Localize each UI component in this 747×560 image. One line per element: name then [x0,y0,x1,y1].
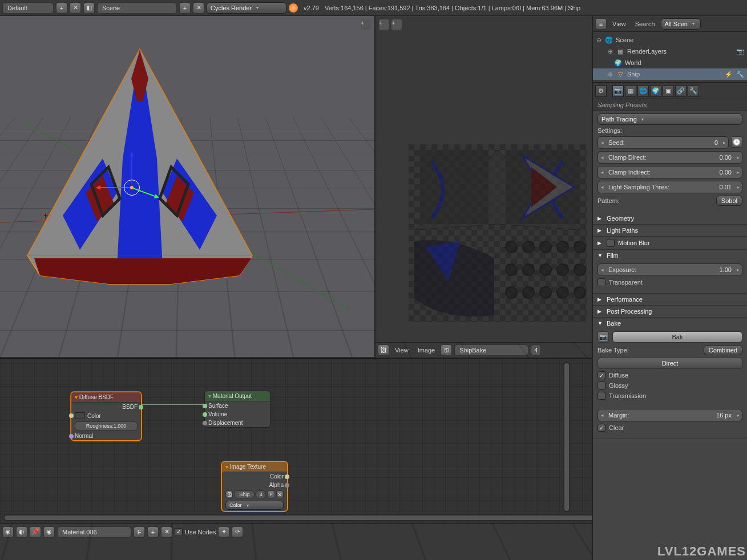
outliner-renderlayers[interactable]: ⊕▦RenderLayers 📷 [593,46,747,57]
svg-point-12 [506,264,517,275]
svg-marker-2 [420,150,488,224]
bake-diffuse-checkbox[interactable] [597,371,605,379]
tab-modifiers[interactable]: 🔧 [688,86,699,97]
integrator-selector[interactable]: Path Tracing [597,113,742,125]
tab-render[interactable]: 📷 [612,86,624,97]
scene-stats: Verts:164,156 | Faces:191,592 | Tris:383… [325,5,580,11]
bake-type-label: Bake Type: [597,347,700,354]
bake-type-selector[interactable]: Combined [704,345,742,355]
svg-point-15 [557,264,568,275]
bake-glossy-checkbox[interactable] [597,382,605,389]
svg-point-20 [557,287,568,298]
ship-mesh[interactable] [17,44,263,290]
cursor-3d-icon [40,210,53,222]
exposure-field[interactable]: ◂Exposure:1.00▸ [597,263,742,276]
panel-post-processing[interactable]: ▶Post Processing [593,306,747,317]
uv-corner-plus2-icon[interactable]: + [391,19,402,30]
svg-point-9 [540,241,551,253]
node-scrollbar-v[interactable] [563,362,570,512]
bake-margin-field[interactable]: ◂Margin:16 px▸ [597,409,742,421]
editor-type-icon[interactable]: ⚙ [595,86,607,97]
node-header[interactable]: ▾ Diffuse BSDF [71,392,141,403]
light-threshold-field[interactable]: ◂Light Sampling Thres:0.01▸ [597,181,742,193]
version-text: v2.79 [304,5,319,11]
editor-type-icon[interactable]: ≡ [595,18,607,30]
bake-camera-icon: 📷 [597,331,609,343]
svg-point-21 [574,287,586,298]
bake-clear-checkbox[interactable] [597,424,605,432]
panel-bake[interactable]: ▼Bake [593,318,747,329]
info-header: Default + ✕ ◧ Scene + ✕ Cycles Render v2… [0,0,747,16]
transparent-checkbox[interactable] [597,278,605,286]
svg-point-18 [523,287,534,298]
svg-point-13 [523,264,534,275]
scene-browse-button[interactable]: ◧ [83,2,95,14]
properties-tabs: ⚙ 📷 ▦ 🌐 🌍 ▣ 🔗 🔧 [593,83,747,99]
seed-clock-icon[interactable]: 🕒 [731,136,742,148]
blender-logo-icon [289,3,298,13]
render-toggle-icon[interactable]: 📷 [736,47,745,56]
right-sidebar: ≡ View Search All Scen ⊖🌐Scene ⊕▦RenderL… [592,16,747,560]
node-header[interactable]: ▾ Image Texture [222,462,287,472]
svg-point-17 [506,287,517,298]
uv-corner-plus-icon[interactable]: + [379,19,389,30]
delete-scene-button[interactable]: ✕ [193,2,204,14]
bake-button[interactable]: Bak [612,331,742,343]
outliner-header: ≡ View Search All Scen [593,16,747,32]
node-scrollbar-h[interactable] [3,514,679,521]
viewport-3d[interactable]: + t Mode ◉ ⊙⬚⋯ ↕↗⟲⤢ Global ⬛ ◯ ⊞ ⟟ ▦ [0,16,375,358]
pattern-selector[interactable]: Sobol [716,196,742,206]
bake-direct-button[interactable]: Direct [597,358,742,369]
viewport-plus-icon[interactable]: + [361,19,371,30]
add-scene-button[interactable]: + [179,2,191,14]
layout-selector[interactable]: Default [2,2,54,14]
image-browse-icon[interactable]: 🖻 [225,490,233,498]
pattern-label: Pattern: [597,197,713,204]
svg-point-16 [574,264,586,275]
bake-transmission-checkbox[interactable] [597,392,605,400]
outliner-ship[interactable]: ⊕▽Ship | ⚡ 🔧 [593,68,747,80]
unlink-icon[interactable]: ✕ [276,490,284,498]
node-image-texture[interactable]: ▾ Image Texture Color Alpha 🖻 Ship 4 F ✕… [221,461,288,512]
panel-motion-blur[interactable]: ▶Motion Blur [593,237,747,249]
svg-point-14 [540,264,551,275]
tab-object[interactable]: ▣ [663,86,674,97]
svg-point-19 [540,287,551,298]
uv-canvas[interactable] [409,144,587,322]
scene-selector[interactable]: Scene [97,2,177,14]
outliner-world[interactable]: 🌍World [593,57,747,68]
outliner-display-mode[interactable]: All Scen [661,18,701,30]
seed-field[interactable]: ◂Seed:0▸ [597,136,729,149]
tab-scene[interactable]: 🌐 [637,86,649,97]
panel-light-paths[interactable]: ▶Light Paths [593,225,747,236]
tab-render-layers[interactable]: ▦ [625,86,636,97]
outliner-scene[interactable]: ⊖🌐Scene [593,34,747,46]
properties-panel[interactable]: Sampling Presets Path Tracing Settings: … [593,99,747,560]
panel-film[interactable]: ▼Film [593,250,747,261]
outliner-tree[interactable]: ⊖🌐Scene ⊕▦RenderLayers 📷 🌍World ⊕▽Ship |… [593,32,747,83]
modifier-icon[interactable]: ⚡ [724,70,733,79]
tab-constraints[interactable]: 🔗 [675,86,687,97]
clamp-indirect-field[interactable]: ◂Clamp Indirect:0.00▸ [597,166,742,178]
svg-point-11 [574,241,586,253]
svg-point-8 [523,241,534,253]
node-header[interactable]: ▾ Material Output [205,391,270,401]
wrench-icon[interactable]: 🔧 [736,70,745,79]
outliner-menu-view[interactable]: View [609,21,629,27]
panel-geometry[interactable]: ▶Geometry [593,213,747,224]
clamp-direct-field[interactable]: ◂Clamp Direct:0.00▸ [597,151,742,164]
motion-blur-checkbox[interactable] [607,239,615,247]
node-diffuse-bsdf[interactable]: ▾ Diffuse BSDF BSDF Color Roughness:1.00… [71,392,142,441]
delete-layout-button[interactable]: ✕ [70,2,81,14]
sampling-panel-header[interactable]: Sampling Presets [593,99,747,111]
outliner-menu-search[interactable]: Search [632,21,659,27]
tab-world[interactable]: 🌍 [650,86,661,97]
svg-point-7 [506,241,517,253]
settings-label: Settings: [597,127,742,134]
add-layout-button[interactable]: + [56,2,67,14]
panel-performance[interactable]: ▶Performance [593,294,747,305]
node-material-output[interactable]: ▾ Material Output Surface Volume Displac… [204,391,270,428]
svg-point-10 [557,241,568,253]
render-engine-selector[interactable]: Cycles Render [207,2,286,14]
